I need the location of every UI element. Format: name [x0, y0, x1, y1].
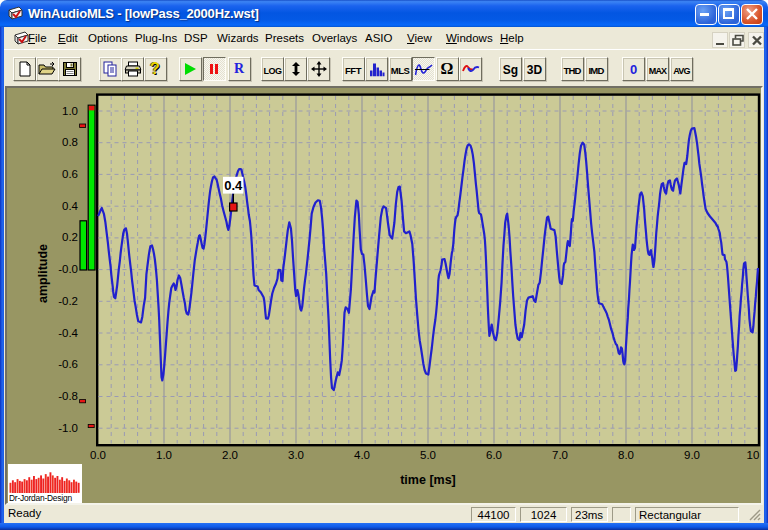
- svg-text:0.4: 0.4: [224, 178, 243, 193]
